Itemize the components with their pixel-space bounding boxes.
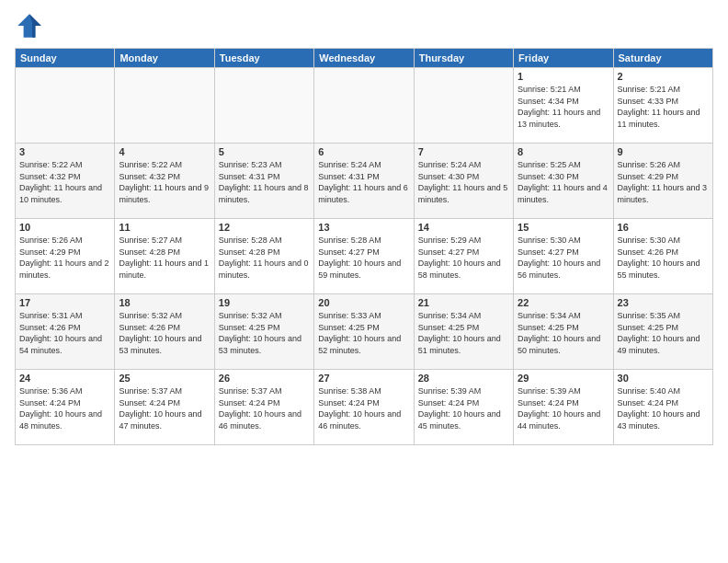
day-number: 23 bbox=[618, 297, 709, 308]
calendar-cell: 12Sunrise: 5:28 AM Sunset: 4:28 PM Dayli… bbox=[214, 219, 313, 294]
calendar-cell: 14Sunrise: 5:29 AM Sunset: 4:27 PM Dayli… bbox=[414, 219, 513, 294]
calendar-cell: 19Sunrise: 5:32 AM Sunset: 4:25 PM Dayli… bbox=[214, 294, 313, 370]
day-info: Sunrise: 5:25 AM Sunset: 4:30 PM Dayligh… bbox=[518, 159, 609, 205]
calendar-cell: 11Sunrise: 5:27 AM Sunset: 4:28 PM Dayli… bbox=[115, 219, 214, 294]
day-info: Sunrise: 5:21 AM Sunset: 4:33 PM Dayligh… bbox=[618, 84, 709, 130]
day-number: 25 bbox=[119, 373, 210, 384]
calendar-cell: 13Sunrise: 5:28 AM Sunset: 4:27 PM Dayli… bbox=[314, 219, 414, 294]
day-info: Sunrise: 5:34 AM Sunset: 4:25 PM Dayligh… bbox=[518, 310, 609, 356]
day-info: Sunrise: 5:28 AM Sunset: 4:27 PM Dayligh… bbox=[318, 235, 409, 281]
day-number: 15 bbox=[518, 222, 609, 233]
logo-icon bbox=[15, 11, 44, 40]
calendar-week-5: 24Sunrise: 5:36 AM Sunset: 4:24 PM Dayli… bbox=[16, 370, 713, 445]
calendar-cell: 20Sunrise: 5:33 AM Sunset: 4:25 PM Dayli… bbox=[314, 294, 414, 370]
day-number: 2 bbox=[618, 71, 709, 82]
calendar-cell: 28Sunrise: 5:39 AM Sunset: 4:24 PM Dayli… bbox=[414, 370, 513, 445]
day-number: 11 bbox=[119, 222, 210, 233]
day-number: 26 bbox=[219, 373, 310, 384]
day-number: 13 bbox=[318, 222, 409, 233]
day-info: Sunrise: 5:24 AM Sunset: 4:30 PM Dayligh… bbox=[418, 159, 509, 205]
day-number: 28 bbox=[418, 373, 509, 384]
day-number: 21 bbox=[418, 297, 509, 308]
day-info: Sunrise: 5:27 AM Sunset: 4:28 PM Dayligh… bbox=[119, 235, 210, 281]
calendar-cell bbox=[115, 68, 214, 144]
calendar-cell: 2Sunrise: 5:21 AM Sunset: 4:33 PM Daylig… bbox=[613, 68, 712, 144]
day-info: Sunrise: 5:29 AM Sunset: 4:27 PM Dayligh… bbox=[418, 235, 509, 281]
calendar-week-4: 17Sunrise: 5:31 AM Sunset: 4:26 PM Dayli… bbox=[16, 294, 713, 370]
day-number: 1 bbox=[518, 71, 609, 82]
day-number: 24 bbox=[19, 373, 110, 384]
calendar-cell: 29Sunrise: 5:39 AM Sunset: 4:24 PM Dayli… bbox=[514, 370, 613, 445]
calendar-cell bbox=[414, 68, 513, 144]
day-number: 7 bbox=[418, 146, 509, 157]
day-info: Sunrise: 5:30 AM Sunset: 4:27 PM Dayligh… bbox=[518, 235, 609, 281]
calendar-cell bbox=[16, 68, 115, 144]
day-of-week-wednesday: Wednesday bbox=[314, 49, 414, 68]
day-info: Sunrise: 5:35 AM Sunset: 4:25 PM Dayligh… bbox=[618, 310, 709, 356]
day-info: Sunrise: 5:26 AM Sunset: 4:29 PM Dayligh… bbox=[618, 159, 709, 205]
calendar-cell: 15Sunrise: 5:30 AM Sunset: 4:27 PM Dayli… bbox=[514, 219, 613, 294]
calendar-cell: 21Sunrise: 5:34 AM Sunset: 4:25 PM Dayli… bbox=[414, 294, 513, 370]
day-number: 5 bbox=[219, 146, 310, 157]
calendar-cell: 4Sunrise: 5:22 AM Sunset: 4:32 PM Daylig… bbox=[115, 144, 214, 219]
day-number: 4 bbox=[119, 146, 210, 157]
calendar-cell: 23Sunrise: 5:35 AM Sunset: 4:25 PM Dayli… bbox=[613, 294, 712, 370]
day-info: Sunrise: 5:39 AM Sunset: 4:24 PM Dayligh… bbox=[518, 385, 609, 431]
calendar-cell: 6Sunrise: 5:24 AM Sunset: 4:31 PM Daylig… bbox=[314, 144, 414, 219]
calendar-cell: 17Sunrise: 5:31 AM Sunset: 4:26 PM Dayli… bbox=[16, 294, 115, 370]
day-of-week-friday: Friday bbox=[514, 49, 613, 68]
day-number: 20 bbox=[318, 297, 409, 308]
day-number: 19 bbox=[219, 297, 310, 308]
day-of-week-monday: Monday bbox=[115, 49, 214, 68]
day-number: 29 bbox=[518, 373, 609, 384]
calendar-week-1: 1Sunrise: 5:21 AM Sunset: 4:34 PM Daylig… bbox=[16, 68, 713, 144]
calendar: SundayMondayTuesdayWednesdayThursdayFrid… bbox=[15, 48, 713, 445]
logo bbox=[15, 11, 48, 40]
day-info: Sunrise: 5:26 AM Sunset: 4:29 PM Dayligh… bbox=[19, 235, 110, 281]
calendar-header-row: SundayMondayTuesdayWednesdayThursdayFrid… bbox=[16, 49, 713, 68]
day-info: Sunrise: 5:37 AM Sunset: 4:24 PM Dayligh… bbox=[119, 385, 210, 431]
calendar-cell: 16Sunrise: 5:30 AM Sunset: 4:26 PM Dayli… bbox=[613, 219, 712, 294]
day-number: 14 bbox=[418, 222, 509, 233]
day-of-week-saturday: Saturday bbox=[613, 49, 712, 68]
calendar-cell: 30Sunrise: 5:40 AM Sunset: 4:24 PM Dayli… bbox=[613, 370, 712, 445]
day-info: Sunrise: 5:32 AM Sunset: 4:25 PM Dayligh… bbox=[219, 310, 310, 356]
day-info: Sunrise: 5:30 AM Sunset: 4:26 PM Dayligh… bbox=[618, 235, 709, 281]
day-info: Sunrise: 5:38 AM Sunset: 4:24 PM Dayligh… bbox=[318, 385, 409, 431]
day-number: 16 bbox=[618, 222, 709, 233]
day-info: Sunrise: 5:34 AM Sunset: 4:25 PM Dayligh… bbox=[418, 310, 509, 356]
header bbox=[15, 11, 713, 40]
day-info: Sunrise: 5:36 AM Sunset: 4:24 PM Dayligh… bbox=[19, 385, 110, 431]
day-number: 17 bbox=[19, 297, 110, 308]
calendar-week-3: 10Sunrise: 5:26 AM Sunset: 4:29 PM Dayli… bbox=[16, 219, 713, 294]
day-info: Sunrise: 5:40 AM Sunset: 4:24 PM Dayligh… bbox=[618, 385, 709, 431]
day-number: 6 bbox=[318, 146, 409, 157]
day-info: Sunrise: 5:37 AM Sunset: 4:24 PM Dayligh… bbox=[219, 385, 310, 431]
calendar-cell bbox=[214, 68, 313, 144]
calendar-cell: 5Sunrise: 5:23 AM Sunset: 4:31 PM Daylig… bbox=[214, 144, 313, 219]
day-info: Sunrise: 5:22 AM Sunset: 4:32 PM Dayligh… bbox=[119, 159, 210, 205]
day-info: Sunrise: 5:28 AM Sunset: 4:28 PM Dayligh… bbox=[219, 235, 310, 281]
calendar-cell: 27Sunrise: 5:38 AM Sunset: 4:24 PM Dayli… bbox=[314, 370, 414, 445]
day-info: Sunrise: 5:22 AM Sunset: 4:32 PM Dayligh… bbox=[19, 159, 110, 205]
day-number: 12 bbox=[219, 222, 310, 233]
calendar-cell: 3Sunrise: 5:22 AM Sunset: 4:32 PM Daylig… bbox=[16, 144, 115, 219]
day-number: 10 bbox=[19, 222, 110, 233]
day-number: 8 bbox=[518, 146, 609, 157]
day-info: Sunrise: 5:33 AM Sunset: 4:25 PM Dayligh… bbox=[318, 310, 409, 356]
calendar-cell: 9Sunrise: 5:26 AM Sunset: 4:29 PM Daylig… bbox=[613, 144, 712, 219]
calendar-cell: 25Sunrise: 5:37 AM Sunset: 4:24 PM Dayli… bbox=[115, 370, 214, 445]
day-number: 22 bbox=[518, 297, 609, 308]
day-number: 9 bbox=[618, 146, 709, 157]
calendar-cell bbox=[314, 68, 414, 144]
day-info: Sunrise: 5:24 AM Sunset: 4:31 PM Dayligh… bbox=[318, 159, 409, 205]
day-info: Sunrise: 5:21 AM Sunset: 4:34 PM Dayligh… bbox=[518, 84, 609, 130]
calendar-cell: 1Sunrise: 5:21 AM Sunset: 4:34 PM Daylig… bbox=[514, 68, 613, 144]
day-of-week-tuesday: Tuesday bbox=[214, 49, 313, 68]
calendar-cell: 22Sunrise: 5:34 AM Sunset: 4:25 PM Dayli… bbox=[514, 294, 613, 370]
day-of-week-sunday: Sunday bbox=[16, 49, 115, 68]
calendar-cell: 10Sunrise: 5:26 AM Sunset: 4:29 PM Dayli… bbox=[16, 219, 115, 294]
day-number: 30 bbox=[618, 373, 709, 384]
calendar-cell: 26Sunrise: 5:37 AM Sunset: 4:24 PM Dayli… bbox=[214, 370, 313, 445]
day-number: 27 bbox=[318, 373, 409, 384]
